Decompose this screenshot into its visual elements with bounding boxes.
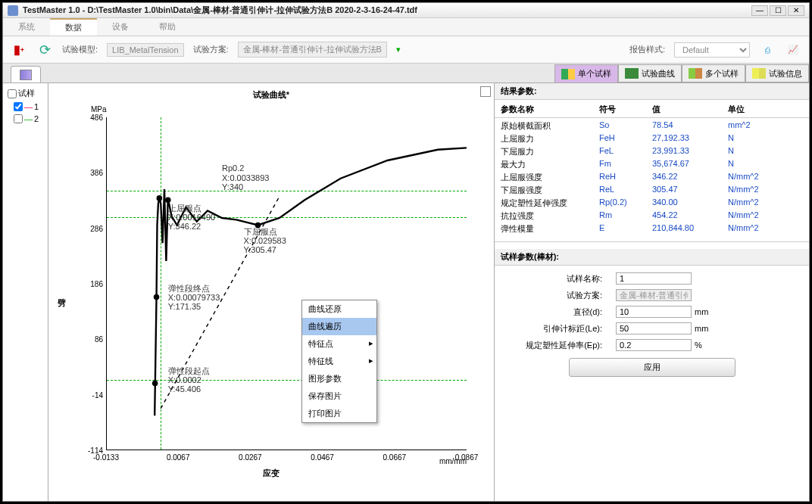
context-menu-item[interactable]: 打印图片 — [302, 405, 376, 422]
right-tab[interactable]: 试验曲线 — [618, 64, 682, 82]
results-header-sym: 符号 — [599, 104, 652, 115]
result-row: 抗拉强度Rm454.22N/mm^2 — [495, 210, 809, 222]
close-button[interactable]: ✕ — [788, 5, 804, 16]
param-unit: mm — [695, 307, 708, 316]
param-unit: mm — [695, 324, 708, 333]
context-menu-item[interactable]: 特征点▸ — [302, 335, 376, 353]
y-tick: 286 — [90, 224, 103, 232]
scheme-label: 试验方案: — [193, 44, 229, 55]
chart-icon[interactable]: 📈 — [785, 42, 801, 58]
param-input[interactable] — [616, 322, 692, 334]
report-label: 报告样式: — [629, 44, 665, 55]
context-menu-item[interactable]: 曲线还原 — [302, 300, 376, 318]
context-menu-item[interactable]: 保存图片 — [302, 387, 376, 405]
svg-point-0 — [157, 195, 163, 201]
context-menu-item[interactable]: 曲线遍历 — [302, 318, 376, 335]
refresh-icon[interactable]: ⟳ — [36, 42, 53, 58]
param-label: 直径(d): — [502, 306, 616, 318]
chart-title: 试验曲线* — [53, 88, 489, 102]
tree-head-check[interactable] — [8, 89, 17, 98]
param-input[interactable] — [616, 272, 692, 285]
tab-badge-icon — [625, 68, 639, 79]
param-label: 试验方案: — [502, 290, 616, 301]
svg-point-4 — [152, 381, 158, 387]
y-tick: -14 — [92, 390, 103, 399]
right-tab[interactable]: 单个试样 — [554, 64, 618, 82]
param-label: 引伸计标距(Le): — [502, 323, 616, 334]
model-value[interactable]: LIB_MetalTension — [107, 43, 183, 57]
context-menu: 曲线还原曲线遍历特征点▸特征线▸图形参数保存图片打印图片 — [301, 300, 377, 423]
model-label: 试验模型: — [62, 44, 98, 55]
report-select[interactable]: Default — [674, 42, 750, 58]
y-tick: 186 — [90, 280, 103, 288]
results-header-unit: 单位 — [728, 104, 789, 115]
app-icon — [8, 5, 18, 16]
specimen-add-icon[interactable]: ▮+ — [11, 42, 27, 58]
menu-item[interactable]: 帮助 — [144, 18, 191, 36]
result-row: 规定塑性延伸强度Rp(0.2)340.00N/mm^2 — [495, 197, 809, 210]
x-axis-label: 应变 — [263, 468, 280, 479]
print-icon[interactable]: ⎙ — [759, 42, 776, 58]
apply-button[interactable]: 应用 — [569, 358, 735, 377]
context-menu-item[interactable]: 特征线▸ — [302, 353, 376, 370]
right-tab[interactable]: 试验信息 — [745, 64, 809, 82]
dropdown-icon[interactable]: ▾ — [396, 45, 401, 54]
param-label: 试样名称: — [502, 273, 616, 285]
svg-point-3 — [154, 294, 160, 300]
scheme-value[interactable]: 金属-棒材-普通引伸计-拉伸试验方法B — [238, 42, 387, 58]
param-label: 规定塑性延伸率(Ep): — [502, 340, 616, 351]
submenu-arrow-icon: ▸ — [369, 356, 373, 366]
menu-item[interactable]: 系统 — [3, 18, 50, 36]
menu-item[interactable]: 数据 — [50, 18, 97, 36]
result-row: 最大力Fm35,674.67N — [495, 158, 809, 171]
minimize-button[interactable]: — — [751, 5, 768, 16]
tree-head: 试样 — [6, 86, 45, 101]
tree-item-check[interactable] — [14, 102, 23, 111]
result-row: 下屈服力FeL23,991.33N — [495, 145, 809, 158]
x-tick: 0.0667 — [383, 453, 407, 462]
svg-point-1 — [165, 197, 171, 203]
param-input[interactable] — [616, 306, 692, 318]
x-tick: 0.0067 — [167, 453, 190, 462]
right-tab[interactable]: 多个试样 — [682, 64, 745, 82]
tree-head-label: 试样 — [18, 88, 35, 99]
tab-badge-icon — [561, 69, 575, 79]
params-section-title: 试样参数(棒材): — [495, 249, 809, 266]
y-tick: 486 — [90, 114, 103, 122]
x-unit: mm/mm — [439, 457, 467, 465]
maximize-button[interactable]: ☐ — [770, 5, 786, 16]
y-unit: MPa — [91, 105, 107, 114]
param-unit: % — [695, 341, 702, 350]
result-row: 原始横截面积So78.54mm^2 — [495, 120, 809, 132]
plot-area[interactable]: 上屈服点X:0.0016490Y:346.22 Rp0.2X:0.0033893… — [106, 117, 467, 450]
x-tick: 0.0267 — [239, 453, 262, 462]
left-tab[interactable] — [11, 66, 41, 82]
tree-item[interactable]: — 1 — [6, 101, 45, 113]
result-row: 弹性模量E210,844.80N/mm^2 — [495, 222, 809, 235]
param-input[interactable] — [616, 339, 692, 351]
result-row: 上屈服强度ReH346.22N/mm^2 — [495, 171, 809, 184]
tab-badge-icon — [752, 68, 766, 79]
tree-item[interactable]: — 2 — [6, 113, 45, 125]
results-section-title: 结果参数: — [495, 83, 809, 100]
results-header-val: 值 — [652, 104, 728, 115]
context-menu-item[interactable]: 图形参数 — [302, 370, 376, 387]
menu-item[interactable]: 设备 — [97, 18, 144, 36]
chart-expand-icon[interactable] — [480, 86, 491, 97]
submenu-arrow-icon: ▸ — [369, 338, 373, 348]
y-tick: 86 — [95, 335, 103, 344]
x-tick: -0.0133 — [93, 453, 119, 462]
tab-badge-icon — [20, 70, 32, 80]
menubar: 系统数据设备帮助 — [3, 18, 809, 36]
tab-badge-icon — [689, 68, 702, 79]
window-title: TestMaster 1.0 - D:\TestMaster 1.0\bin\D… — [23, 5, 751, 16]
tree-item-check[interactable] — [14, 114, 23, 123]
result-row: 上屈服力FeH27,192.33N — [495, 132, 809, 145]
results-header-name: 参数名称 — [501, 104, 599, 115]
x-tick: 0.0467 — [311, 453, 334, 462]
param-input — [616, 289, 692, 301]
result-row: 下屈服强度ReL305.47N/mm^2 — [495, 184, 809, 197]
y-tick: 386 — [90, 169, 103, 177]
